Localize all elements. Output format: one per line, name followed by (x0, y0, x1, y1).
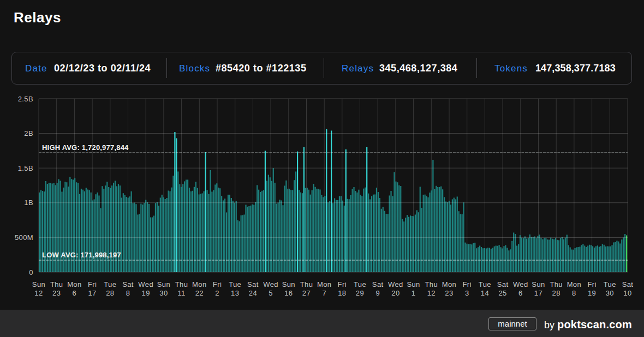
svg-text:Thu: Thu (50, 280, 63, 288)
svg-text:1.5B: 1.5B (18, 164, 33, 172)
svg-text:30: 30 (606, 289, 614, 297)
svg-text:Fri: Fri (88, 280, 97, 288)
svg-text:Wed: Wed (388, 280, 403, 288)
svg-text:Tue: Tue (604, 280, 616, 288)
svg-text:17: 17 (534, 289, 542, 297)
svg-text:2B: 2B (24, 129, 33, 137)
svg-text:13: 13 (231, 289, 239, 297)
svg-text:Sat: Sat (622, 280, 634, 288)
svg-text:HIGH AVG: 1,720,977,844: HIGH AVG: 1,720,977,844 (42, 143, 129, 152)
svg-text:Sat: Sat (247, 280, 259, 288)
svg-text:Sat: Sat (497, 280, 509, 288)
svg-text:2: 2 (215, 289, 219, 297)
svg-text:11: 11 (177, 289, 185, 297)
svg-text:Wed: Wed (263, 280, 278, 288)
svg-text:30: 30 (159, 289, 168, 297)
svg-text:6: 6 (518, 289, 523, 297)
svg-text:20: 20 (391, 289, 399, 297)
svg-text:8: 8 (126, 289, 130, 297)
svg-text:28: 28 (106, 289, 114, 297)
svg-text:1: 1 (412, 289, 416, 297)
svg-text:Sun: Sun (282, 280, 295, 288)
svg-text:Thu: Thu (425, 280, 438, 288)
svg-text:2.5B: 2.5B (18, 95, 33, 103)
svg-text:12: 12 (427, 289, 436, 297)
svg-text:Thu: Thu (300, 280, 313, 288)
svg-text:Tue: Tue (229, 280, 241, 288)
svg-text:23: 23 (445, 289, 453, 297)
svg-text:0: 0 (29, 268, 33, 276)
svg-text:Fri: Fri (338, 280, 347, 288)
svg-text:23: 23 (52, 289, 61, 297)
svg-text:Mon: Mon (192, 280, 207, 288)
svg-text:Fri: Fri (213, 280, 222, 288)
svg-text:1B: 1B (24, 198, 33, 207)
svg-text:Wed: Wed (138, 280, 153, 288)
svg-text:5: 5 (269, 289, 273, 297)
svg-text:16: 16 (284, 289, 293, 297)
svg-text:Sun: Sun (32, 280, 45, 288)
svg-text:Fri: Fri (587, 280, 596, 288)
svg-text:Sun: Sun (157, 280, 170, 288)
svg-text:19: 19 (588, 289, 596, 297)
svg-text:18: 18 (338, 289, 346, 297)
svg-text:Tue: Tue (354, 280, 366, 288)
svg-text:Wed: Wed (513, 280, 528, 288)
svg-text:Mon: Mon (567, 280, 582, 288)
svg-text:7: 7 (322, 289, 326, 297)
svg-text:6: 6 (73, 289, 77, 297)
svg-text:24: 24 (249, 289, 257, 297)
svg-text:Sun: Sun (532, 280, 545, 288)
svg-text:22: 22 (195, 289, 204, 297)
svg-text:19: 19 (142, 289, 150, 297)
svg-text:29: 29 (356, 289, 364, 297)
svg-text:Thu: Thu (175, 280, 188, 288)
svg-text:Mon: Mon (317, 280, 332, 288)
svg-text:25: 25 (498, 289, 506, 297)
svg-text:Thu: Thu (550, 280, 563, 288)
svg-text:17: 17 (88, 289, 96, 297)
svg-text:12: 12 (34, 289, 43, 297)
svg-text:Tue: Tue (104, 280, 116, 288)
svg-text:Tue: Tue (479, 280, 491, 288)
svg-text:Fri: Fri (463, 280, 472, 288)
svg-text:Sat: Sat (372, 280, 384, 288)
svg-text:Sat: Sat (122, 280, 134, 288)
svg-text:3: 3 (465, 289, 469, 297)
svg-text:8: 8 (572, 289, 576, 297)
svg-text:9: 9 (375, 289, 380, 297)
svg-text:Mon: Mon (442, 280, 457, 288)
svg-text:27: 27 (302, 289, 311, 297)
svg-text:500M: 500M (15, 233, 33, 242)
svg-text:14: 14 (481, 289, 489, 297)
svg-text:Sun: Sun (407, 280, 420, 288)
svg-text:LOW AVG: 171,998,197: LOW AVG: 171,998,197 (42, 251, 121, 259)
svg-text:Mon: Mon (67, 280, 82, 288)
svg-text:28: 28 (552, 289, 560, 297)
svg-text:10: 10 (623, 289, 631, 297)
